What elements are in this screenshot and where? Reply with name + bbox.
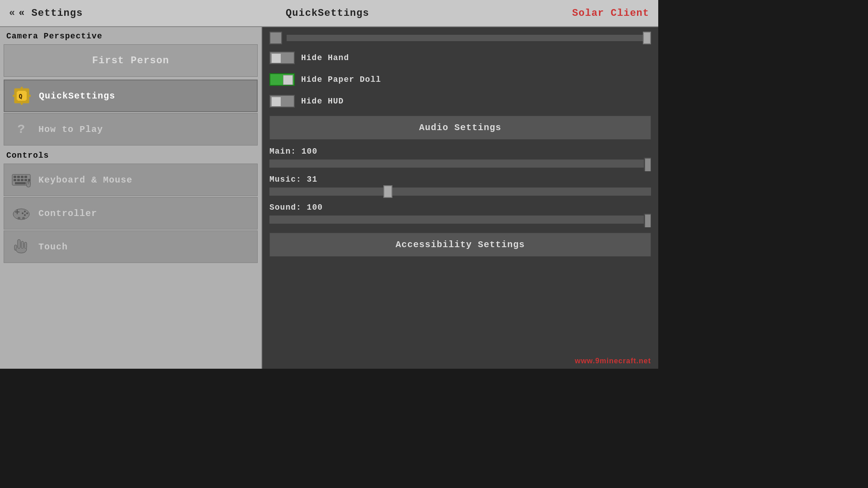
camera-section-header: Camera Perspective xyxy=(0,27,261,43)
hide-hud-row: Hide HUD xyxy=(262,90,658,112)
svg-rect-13 xyxy=(17,176,20,178)
controls-section-header: Controls xyxy=(0,146,261,163)
hide-hud-toggle[interactable] xyxy=(269,95,295,108)
back-icon[interactable]: « xyxy=(9,8,15,19)
hide-hud-knob xyxy=(271,97,281,107)
keyboard-mouse-menu-item[interactable]: Keyboard & Mouse xyxy=(4,164,258,196)
top-bar: « « Settings QuickSettings Solar Client xyxy=(0,0,658,27)
svg-rect-8 xyxy=(15,100,18,103)
music-slider-row xyxy=(262,186,658,199)
svg-rect-31 xyxy=(18,217,20,220)
svg-rect-19 xyxy=(24,179,27,181)
svg-rect-17 xyxy=(17,179,20,181)
how-to-play-menu-item[interactable]: ? How to Play xyxy=(4,113,258,145)
svg-point-27 xyxy=(24,211,26,212)
main-label: Main: 100 xyxy=(262,143,658,158)
svg-rect-2 xyxy=(13,95,16,97)
audio-settings-button[interactable]: Audio Settings xyxy=(269,116,651,140)
svg-text:Q: Q xyxy=(19,93,22,100)
camera-perspective-label: First Person xyxy=(10,55,251,66)
hide-paper-doll-knob xyxy=(283,75,293,85)
svg-point-24 xyxy=(13,209,29,220)
svg-rect-9 xyxy=(26,100,28,103)
music-slider-thumb[interactable] xyxy=(383,185,392,198)
accessibility-settings-button[interactable]: Accessibility Settings xyxy=(269,233,651,257)
svg-rect-20 xyxy=(28,179,30,181)
svg-rect-34 xyxy=(21,241,24,249)
main-scrollbar-thumb[interactable] xyxy=(645,159,651,171)
hide-paper-doll-row: Hide Paper Doll xyxy=(262,69,658,90)
keyboard-mouse-label: Keyboard & Mouse xyxy=(38,175,132,185)
quicksettings-menu-item[interactable]: Q QuickSettings xyxy=(4,80,258,112)
svg-rect-6 xyxy=(15,89,18,92)
sound-label: Sound: 100 xyxy=(262,199,658,214)
main-slider-track[interactable] xyxy=(269,160,644,168)
hide-paper-doll-toggle[interactable] xyxy=(269,73,295,86)
question-icon: ? xyxy=(10,118,32,140)
sun-icon: Q xyxy=(11,85,33,107)
svg-rect-5 xyxy=(21,102,23,105)
svg-rect-16 xyxy=(14,179,16,181)
svg-point-30 xyxy=(24,214,26,216)
hide-hand-row: Hide Hand xyxy=(262,47,658,69)
top-slider-scrollbar[interactable] xyxy=(643,32,651,44)
keyboard-icon xyxy=(10,169,32,191)
controller-icon xyxy=(10,202,32,224)
camera-perspective-button[interactable]: First Person xyxy=(4,44,258,77)
header-center: QuickSettings xyxy=(286,8,369,19)
svg-rect-26 xyxy=(17,210,18,214)
header-right: Solar Client xyxy=(572,8,649,19)
controller-menu-item[interactable]: Controller xyxy=(4,197,258,230)
left-panel: Camera Perspective First Person Q xyxy=(0,27,262,369)
top-toggle xyxy=(269,32,282,44)
svg-rect-3 xyxy=(28,95,31,97)
sound-slider-row xyxy=(262,214,658,227)
svg-rect-4 xyxy=(21,87,23,90)
music-slider-track[interactable] xyxy=(269,188,651,196)
svg-rect-32 xyxy=(22,217,25,220)
hide-hand-toggle[interactable] xyxy=(269,52,295,64)
hide-paper-doll-label: Hide Paper Doll xyxy=(301,75,381,84)
hide-hand-knob xyxy=(271,53,281,63)
svg-rect-12 xyxy=(14,176,16,178)
svg-rect-21 xyxy=(15,182,26,184)
sound-slider-track[interactable] xyxy=(269,216,644,224)
right-panel: Hide Hand Hide Paper Doll Hide HUD Audio… xyxy=(262,27,658,369)
svg-rect-35 xyxy=(24,242,27,249)
sound-scrollbar-thumb[interactable] xyxy=(645,215,651,227)
controller-label: Controller xyxy=(38,208,97,219)
music-label: Music: 31 xyxy=(262,171,658,186)
watermark: www.9minecraft.net xyxy=(575,357,651,365)
touch-menu-item[interactable]: Touch xyxy=(4,230,258,263)
how-to-play-label: How to Play xyxy=(38,124,103,135)
hide-hand-label: Hide Hand xyxy=(301,53,349,62)
touch-icon xyxy=(10,236,32,258)
quicksettings-label: QuickSettings xyxy=(39,91,115,101)
svg-rect-14 xyxy=(21,176,24,178)
settings-title: « Settings xyxy=(19,8,83,19)
main-slider-row xyxy=(262,158,658,171)
main-content: Camera Perspective First Person Q xyxy=(0,27,658,369)
svg-rect-7 xyxy=(26,89,28,92)
touch-label: Touch xyxy=(38,242,68,252)
hide-hud-label: Hide HUD xyxy=(301,97,344,106)
svg-point-28 xyxy=(26,212,28,214)
header-left: « « Settings xyxy=(9,8,83,19)
svg-point-29 xyxy=(22,212,24,214)
svg-rect-33 xyxy=(18,239,20,249)
svg-rect-15 xyxy=(24,176,27,178)
top-slider-bar xyxy=(287,35,651,41)
svg-rect-18 xyxy=(21,179,24,181)
